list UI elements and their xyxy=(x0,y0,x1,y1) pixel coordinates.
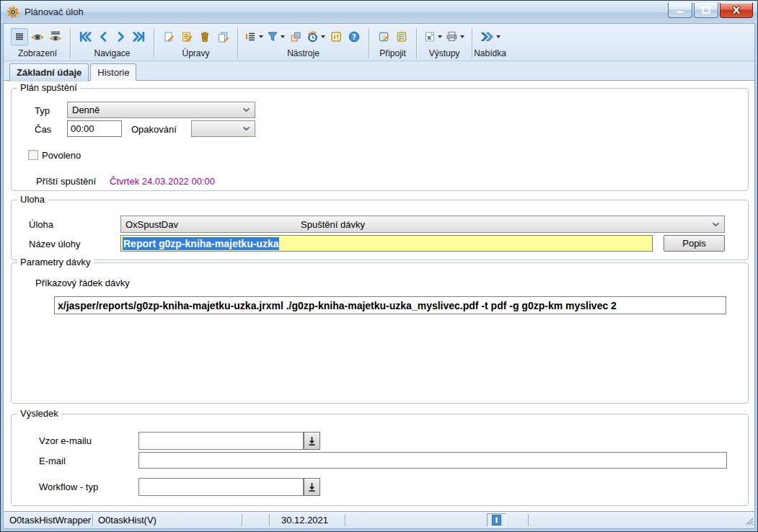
next-record-icon xyxy=(117,31,125,43)
edit-record-button[interactable] xyxy=(178,28,195,45)
status-separator xyxy=(92,514,93,526)
record-indicator-icon xyxy=(492,515,501,526)
group-vysledek: Výsledek Vzor e-mailu E-mail Workflow - … xyxy=(11,414,749,506)
tab-historie[interactable]: Historie xyxy=(90,63,136,81)
edit-record-icon xyxy=(181,31,193,43)
previous-record-button[interactable] xyxy=(94,28,112,45)
maximize-button[interactable] xyxy=(694,3,718,18)
excel-export-icon: x xyxy=(424,31,436,43)
sort-icon xyxy=(245,31,257,43)
toolbar-group-label: Připojit xyxy=(371,48,415,61)
pristi-spusteni-value: Čtvrtek 24.03.2022 00:00 xyxy=(110,176,215,187)
help-icon: ? xyxy=(348,31,360,43)
toolbar-group-label: Nabídka xyxy=(474,48,506,61)
workflow-typ-input[interactable] xyxy=(138,478,304,496)
povoleno-checkbox[interactable] xyxy=(28,150,38,160)
status-separator xyxy=(242,514,242,526)
print-button[interactable] xyxy=(444,28,466,45)
minimize-icon xyxy=(675,6,685,14)
email-input[interactable] xyxy=(138,452,727,469)
resize-grip[interactable] xyxy=(744,516,754,528)
delete-record-icon xyxy=(200,31,210,43)
toolbar-group-navigace: Navigace xyxy=(72,25,152,61)
group-uloha: Uloha Úloha OxSpustDav Spuštění dávky Ná… xyxy=(11,200,749,260)
status-cell-date: 30.12.2021 xyxy=(281,515,328,526)
toolbar-separator xyxy=(472,28,472,58)
dropdown-caret-icon xyxy=(460,35,464,38)
opakovani-combobox[interactable] xyxy=(191,120,255,137)
vzor-emailu-input[interactable] xyxy=(138,432,304,450)
chevron-down-icon xyxy=(242,107,250,112)
copy-record-icon xyxy=(217,31,229,43)
status-bar: O0taskHistWrapper O0taskHist(V) 30.12.20… xyxy=(4,511,754,528)
status-cell-view-name: O0taskHist(V) xyxy=(98,515,157,526)
status-separator xyxy=(528,514,529,526)
group-plan-spusteni: Plán spuštění Typ Denně Čas Opakování Po… xyxy=(11,88,749,191)
sort-button[interactable] xyxy=(244,28,265,45)
close-icon xyxy=(731,6,742,14)
eye-button[interactable] xyxy=(29,28,46,45)
toolbar-separator xyxy=(416,28,417,58)
combine-icon xyxy=(290,31,301,43)
minimize-button[interactable] xyxy=(668,3,692,18)
attach-note-button[interactable] xyxy=(375,28,392,45)
checklist-button[interactable] xyxy=(393,28,410,45)
uloha-popis: Spuštění dávky xyxy=(301,219,365,230)
cas-label: Čas xyxy=(35,124,51,135)
combine-button[interactable] xyxy=(287,28,304,45)
new-record-button[interactable] xyxy=(160,28,177,45)
status-separator xyxy=(345,514,345,526)
email-label: E-mail xyxy=(39,456,66,466)
nazev-ulohy-selected-text: Report g0zp-kniha-majetku-uzka xyxy=(123,237,279,250)
first-record-button[interactable] xyxy=(76,28,94,45)
chevron-down-icon xyxy=(242,126,250,131)
dropdown-caret-icon xyxy=(321,35,325,38)
last-record-button[interactable] xyxy=(131,28,148,45)
copy-record-button[interactable] xyxy=(214,28,232,45)
group-legend: Plán spuštění xyxy=(17,82,80,93)
schedule-clock-button[interactable] xyxy=(305,28,327,45)
schedule-clock-icon xyxy=(307,31,319,43)
title-bar[interactable]: Plánovač úloh xyxy=(1,1,757,23)
eye-icon xyxy=(31,32,44,42)
settings-sliders-button[interactable] xyxy=(327,28,345,45)
gear-icon xyxy=(6,6,19,19)
prikazovy-radek-input[interactable]: x/jasper/reports/g0zp-kniha-majetku-uzka… xyxy=(54,296,726,314)
settings-sliders-icon xyxy=(330,31,342,43)
vzor-emailu-lookup-button[interactable] xyxy=(304,432,320,450)
pristi-spusteni-label: Příští spuštění xyxy=(36,176,96,187)
popis-button[interactable]: Popis xyxy=(664,235,725,252)
nazev-ulohy-input[interactable]: Report g0zp-kniha-majetku-uzka xyxy=(120,235,653,252)
group-parametry-davky: Parametry dávky Příkazový řádek dávky x/… xyxy=(11,262,749,404)
group-legend: Výsledek xyxy=(17,408,61,419)
nazev-ulohy-label: Název úlohy xyxy=(29,239,81,249)
cas-input[interactable] xyxy=(67,120,122,137)
dropdown-caret-icon xyxy=(259,35,263,38)
tab-zakladni-udaje[interactable]: Základní údaje xyxy=(9,63,89,81)
excel-export-button[interactable]: x xyxy=(423,28,444,45)
record-indicator-toggle[interactable] xyxy=(487,513,506,527)
svg-text:?: ? xyxy=(352,32,356,40)
close-button[interactable] xyxy=(720,3,753,18)
menu-chevrons-button[interactable] xyxy=(478,28,502,45)
help-button[interactable]: ? xyxy=(345,28,363,45)
typ-value: Denně xyxy=(72,105,100,115)
toolbar-group-zobrazeni: Zobrazení xyxy=(6,25,69,61)
first-record-icon xyxy=(79,31,92,43)
typ-combobox[interactable]: Denně xyxy=(67,102,255,118)
toolbar-group-nastroje: ? Nástroje xyxy=(239,25,367,61)
eye-preview-button[interactable] xyxy=(47,28,64,45)
group-legend: Uloha xyxy=(17,194,48,205)
next-record-button[interactable] xyxy=(113,28,130,45)
delete-record-button[interactable] xyxy=(196,28,213,45)
uloha-combobox[interactable]: OxSpustDav Spuštění dávky xyxy=(120,216,725,233)
typ-label: Typ xyxy=(35,105,50,116)
workflow-typ-lookup-button[interactable] xyxy=(304,478,320,496)
list-view-button[interactable] xyxy=(11,28,28,45)
dropdown-caret-icon xyxy=(438,35,442,38)
tab-bar: Základní údaje Historie xyxy=(4,61,754,81)
filter-button[interactable] xyxy=(265,28,286,45)
status-cell-wrapper-name: O0taskHistWrapper xyxy=(9,515,91,526)
workflow-typ-label: Workflow - typ xyxy=(39,482,98,492)
list-view-icon xyxy=(14,31,25,43)
